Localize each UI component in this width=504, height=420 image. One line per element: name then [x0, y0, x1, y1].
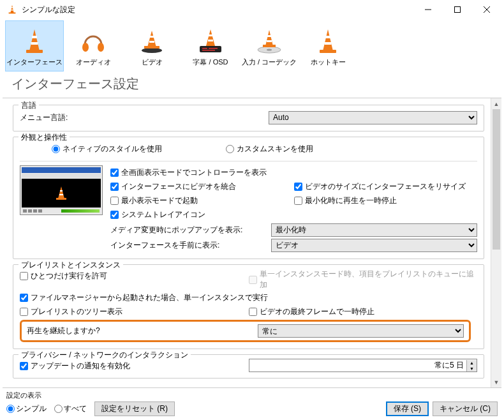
menu-language-label: メニュー言語:: [20, 112, 269, 123]
chk-one-instance[interactable]: ひとつだけ実行を許可: [20, 269, 249, 283]
tab-hotkeys[interactable]: ホットキー: [299, 20, 357, 71]
svg-rect-8: [31, 42, 38, 45]
tab-subtitles[interactable]: 字幕 / OSD: [181, 20, 240, 71]
group-legend: プレイリストとインスタンス: [19, 260, 123, 271]
chk-systray-icon[interactable]: システムトレイアイコン: [110, 207, 294, 221]
settings-content: 言語 メニュー言語: Auto 外観と操作性 ネイティブのスタイルを使用 カスタ…: [3, 98, 491, 387]
popup-label: メディア変更時にポップアップを表示:: [110, 225, 271, 236]
update-days-input[interactable]: [249, 361, 467, 370]
tab-label: オーディオ: [76, 57, 111, 67]
tab-video[interactable]: ビデオ: [122, 20, 181, 71]
window-title: シンプルな設定: [22, 4, 413, 15]
popup-select[interactable]: 最小化時: [271, 223, 477, 237]
group-legend: プライバシー / ネットワークのインタラクション: [19, 350, 191, 361]
svg-rect-1: [11, 10, 13, 10]
svg-rect-28: [325, 42, 332, 45]
chk-embed-video[interactable]: インターフェースにビデオを統合: [110, 179, 294, 193]
chk-minimal-start[interactable]: 最小表示モードで起動: [110, 193, 294, 207]
chk-resize-interface[interactable]: ビデオのサイズにインターフェースをリサイズ: [294, 179, 478, 193]
tab-input-codecs[interactable]: 入力 / コーデック: [240, 20, 299, 71]
titlebar: シンプルな設定: [0, 0, 504, 19]
spin-down[interactable]: ▼: [466, 366, 477, 371]
svg-rect-24: [267, 35, 271, 37]
vertical-scrollbar[interactable]: ▲ ▼: [491, 98, 501, 387]
svg-rect-31: [59, 194, 63, 195]
chk-filemanager-single[interactable]: ファイルマネージャーから起動された場合、単一インスタンスで実行: [20, 290, 477, 304]
close-button[interactable]: [472, 0, 501, 19]
svg-rect-20: [209, 48, 218, 49]
svg-rect-27: [325, 36, 330, 38]
scroll-down-arrow[interactable]: ▼: [491, 377, 501, 387]
svg-rect-15: [144, 46, 159, 49]
svg-point-10: [82, 43, 89, 52]
svg-rect-30: [60, 190, 63, 191]
svg-rect-7: [32, 36, 37, 38]
chk-enqueue-items: 単一インスタンスモード時、項目をプレイリストのキューに追加: [249, 269, 478, 290]
svg-rect-26: [263, 45, 276, 47]
spin-up[interactable]: ▲: [466, 360, 477, 366]
svg-rect-16: [209, 34, 212, 36]
continue-playback-label: 再生を継続しますか?: [27, 326, 258, 336]
tab-interface[interactable]: インターフェース: [5, 20, 64, 71]
interface-preview: [20, 165, 103, 215]
svg-point-23: [267, 49, 272, 51]
headphones-icon: [78, 28, 108, 55]
scroll-up-arrow[interactable]: ▲: [491, 98, 501, 109]
front-label: インターフェースを手前に表示:: [110, 240, 271, 251]
footer: 設定の表示 シンプル すべて 設定をリセット (R) 保存 (S) キャンセル …: [3, 387, 501, 420]
continue-playback-select[interactable]: 常に: [258, 324, 464, 338]
chk-pause-last-frame[interactable]: ビデオの最終フレームで一時停止: [249, 304, 478, 319]
svg-rect-18: [200, 46, 221, 52]
group-legend: 外観と操作性: [19, 132, 70, 143]
svg-rect-32: [56, 198, 66, 200]
settings-display-label: 設定の表示: [6, 389, 498, 401]
scroll-track[interactable]: [491, 109, 501, 377]
chk-fullscreen-controller[interactable]: 全画面表示モードでコントローラーを表示: [110, 165, 477, 179]
radio-all[interactable]: すべて: [54, 403, 87, 414]
front-select[interactable]: ビデオ: [271, 239, 477, 252]
cone-icon: [19, 28, 50, 55]
cone-icon: [137, 28, 167, 55]
svg-rect-2: [9, 13, 16, 14]
cancel-button[interactable]: キャンセル (C): [433, 401, 498, 416]
svg-rect-12: [150, 36, 154, 38]
chk-update-notify[interactable]: アップデートの通知を有効化: [20, 359, 249, 373]
menu-language-select[interactable]: Auto: [269, 111, 477, 124]
svg-rect-19: [202, 48, 207, 49]
cone-icon: [313, 28, 343, 55]
radio-simple[interactable]: シンプル: [6, 403, 47, 414]
subtitle-icon: [195, 28, 226, 55]
group-legend: 言語: [19, 100, 39, 111]
continue-playback-row: 再生を継続しますか? 常に: [20, 320, 471, 342]
tab-audio[interactable]: オーディオ: [64, 20, 122, 71]
update-days-spinner[interactable]: ▲▼: [249, 359, 478, 372]
group-playlist: プレイリストとインスタンス ひとつだけ実行を許可 単一インスタンスモード時、項目…: [13, 264, 484, 349]
svg-rect-29: [320, 50, 336, 53]
svg-rect-4: [455, 7, 461, 13]
category-tabs: インターフェース オーディオ ビデオ 字幕 / OSD 入力 / コーデック ホ…: [0, 19, 504, 71]
svg-rect-21: [202, 50, 215, 51]
tab-label: 字幕 / OSD: [193, 57, 228, 67]
reset-button[interactable]: 設定をリセット (R): [94, 401, 175, 416]
svg-rect-17: [208, 40, 213, 41]
svg-point-14: [142, 48, 162, 53]
app-icon: [6, 4, 18, 15]
group-privacy: プライバシー / ネットワークのインタラクション アップデートの通知を有効化 ▲…: [13, 354, 484, 379]
minimize-button[interactable]: [413, 0, 443, 19]
svg-point-11: [98, 43, 104, 52]
save-button[interactable]: 保存 (S): [386, 401, 429, 416]
group-language: 言語 メニュー言語: Auto: [13, 105, 484, 131]
group-appearance: 外観と操作性 ネイティブのスタイルを使用 カスタムスキンを使用 全画面表示モード…: [13, 137, 484, 259]
chk-playlist-tree[interactable]: プレイリストのツリー表示: [20, 304, 249, 319]
maximize-button[interactable]: [443, 0, 472, 19]
tab-label: ビデオ: [142, 57, 163, 67]
radio-native-style[interactable]: ネイティブのスタイルを使用: [52, 144, 162, 154]
radio-custom-skin[interactable]: カスタムスキンを使用: [226, 144, 313, 154]
tab-label: インターフェース: [6, 57, 63, 67]
svg-rect-9: [26, 50, 43, 53]
scroll-thumb[interactable]: [493, 109, 500, 250]
page-title: インターフェース設定: [0, 71, 504, 98]
tab-label: ホットキー: [311, 57, 346, 67]
svg-rect-13: [149, 41, 154, 43]
chk-pause-minimized[interactable]: 最小化時に再生を一時停止: [294, 193, 478, 207]
